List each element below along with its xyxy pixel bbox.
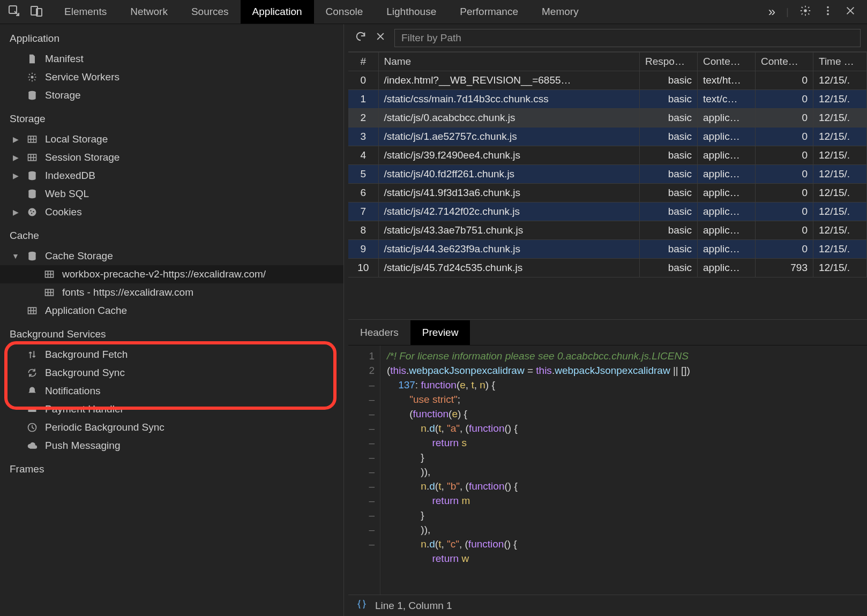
sidebar-item-service-workers[interactable]: Service Workers: [0, 68, 343, 86]
cell: /static/js/43.3ae7b751.chunk.js: [378, 221, 640, 240]
expand-arrow-icon[interactable]: ▶: [12, 135, 19, 144]
sidebar-item-notifications[interactable]: Notifications: [0, 382, 343, 400]
col-header[interactable]: Conte…: [698, 52, 756, 71]
preview-tab-headers[interactable]: Headers: [348, 320, 410, 345]
col-header[interactable]: Time …: [813, 52, 867, 71]
table-row[interactable]: 8/static/js/43.3ae7b751.chunk.jsbasicapp…: [348, 221, 867, 240]
tab-performance[interactable]: Performance: [448, 0, 530, 24]
sidebar-item-background-fetch[interactable]: Background Fetch: [0, 345, 343, 364]
inspect-icon[interactable]: [8, 4, 20, 20]
cell: 793: [756, 259, 813, 277]
cell: 0: [756, 202, 813, 221]
code-text[interactable]: /*! For license information please see 0…: [380, 345, 690, 595]
tab-sources[interactable]: Sources: [180, 0, 241, 24]
svg-point-6: [827, 13, 829, 15]
gear-icon: [26, 72, 39, 82]
table-row[interactable]: 2/static/js/0.acabcbcc.chunk.jsbasicappl…: [348, 109, 867, 127]
tab-console[interactable]: Console: [314, 0, 375, 24]
more-tabs-icon[interactable]: »: [768, 4, 775, 19]
expand-arrow-icon[interactable]: ▶: [12, 208, 19, 216]
tab-application[interactable]: Application: [241, 0, 314, 24]
cell: basic: [640, 259, 698, 277]
tab-elements[interactable]: Elements: [53, 0, 118, 24]
cell: 12/15/.: [813, 109, 867, 127]
table-row[interactable]: 5/static/js/40.fd2ff261.chunk.jsbasicapp…: [348, 165, 867, 184]
refresh-icon[interactable]: [355, 31, 367, 45]
braces-icon[interactable]: [356, 598, 368, 613]
tab-lighthouse[interactable]: Lighthouse: [375, 0, 448, 24]
sidebar-item-storage[interactable]: Storage: [0, 86, 343, 104]
sidebar-item-web-sql[interactable]: Web SQL: [0, 185, 343, 203]
grid-icon: [43, 287, 56, 298]
gutter-line: –: [348, 378, 375, 392]
gutter-line: –: [348, 479, 375, 493]
sidebar-subitem[interactable]: fonts - https://excalidraw.com: [0, 283, 343, 302]
preview-tab-preview[interactable]: Preview: [410, 320, 470, 345]
col-header[interactable]: Conte…: [756, 52, 813, 71]
sidebar-item-application-cache[interactable]: Application Cache: [0, 302, 343, 320]
sidebar-item-push-messaging[interactable]: Push Messaging: [0, 437, 343, 455]
table-row[interactable]: 10/static/js/45.7d24c535.chunk.jsbasicap…: [348, 259, 867, 277]
sidebar-item-background-sync[interactable]: Background Sync: [0, 364, 343, 382]
col-header[interactable]: Respo…: [640, 52, 698, 71]
cell: /static/js/40.fd2ff261.chunk.js: [378, 165, 640, 184]
sidebar-item-manifest[interactable]: Manifest: [0, 50, 343, 68]
gutter-line: –: [348, 435, 375, 450]
group-frames: Frames: [0, 455, 343, 480]
tab-network[interactable]: Network: [118, 0, 180, 24]
table-row[interactable]: 0/index.html?__WB_REVISION__=6855…basict…: [348, 71, 867, 90]
cell: applic…: [698, 259, 756, 277]
gutter-line: –: [348, 493, 375, 508]
sidebar-item-session-storage[interactable]: ▶Session Storage: [0, 148, 343, 167]
table-row[interactable]: 1/static/css/main.7d14b3cc.chunk.cssbasi…: [348, 90, 867, 109]
sidebar-item-label: Session Storage: [45, 152, 119, 163]
devtools-tabs: ElementsNetworkSourcesApplicationConsole…: [53, 0, 591, 24]
kebab-icon[interactable]: [822, 5, 834, 19]
settings-icon[interactable]: [799, 5, 811, 19]
svg-point-7: [31, 76, 34, 79]
sidebar-item-cache-storage[interactable]: ▼Cache Storage: [0, 247, 343, 265]
sidebar-item-label: Manifest: [45, 53, 84, 65]
gutter-line: –: [348, 464, 375, 479]
cell: applic…: [698, 202, 756, 221]
table-row[interactable]: 3/static/js/1.ae52757c.chunk.jsbasicappl…: [348, 127, 867, 146]
cell: 0: [756, 165, 813, 184]
table-row[interactable]: 6/static/js/41.9f3d13a6.chunk.jsbasicapp…: [348, 184, 867, 202]
table-row[interactable]: 4/static/js/39.f2490ee4.chunk.jsbasicapp…: [348, 146, 867, 165]
cell: /static/js/44.3e623f9a.chunk.js: [378, 240, 640, 259]
vertical-resizer[interactable]: [344, 24, 348, 616]
sidebar-item-label: Service Workers: [45, 71, 119, 83]
bell-icon: [26, 386, 39, 396]
col-header[interactable]: #: [348, 52, 378, 71]
svg-point-13: [28, 208, 36, 216]
expand-arrow-icon[interactable]: ▶: [12, 171, 19, 180]
close-icon[interactable]: [844, 5, 856, 19]
expand-arrow-icon[interactable]: ▶: [12, 153, 19, 162]
sidebar-item-payment-handler[interactable]: Payment Handler: [0, 400, 343, 418]
cell: 8: [348, 221, 378, 240]
sidebar-item-indexeddb[interactable]: ▶IndexedDB: [0, 167, 343, 185]
sidebar-item-label: Periodic Background Sync: [45, 422, 165, 433]
sidebar-item-label: Local Storage: [45, 133, 108, 145]
cell: 3: [348, 127, 378, 146]
sidebar-subitem[interactable]: workbox-precache-v2-https://excalidraw.c…: [0, 265, 343, 283]
cell: /static/js/1.ae52757c.chunk.js: [378, 127, 640, 146]
code-gutter: 12––––––––––––: [348, 345, 380, 595]
sidebar-item-periodic-background-sync[interactable]: Periodic Background Sync: [0, 418, 343, 437]
cell: 0: [756, 71, 813, 90]
cell: applic…: [698, 109, 756, 127]
col-header[interactable]: Name: [378, 52, 640, 71]
device-icon[interactable]: [30, 4, 43, 20]
sidebar-item-cookies[interactable]: ▶Cookies: [0, 203, 343, 221]
expand-arrow-icon[interactable]: ▼: [12, 252, 19, 260]
table-row[interactable]: 7/static/js/42.7142f02c.chunk.jsbasicapp…: [348, 202, 867, 221]
tab-memory[interactable]: Memory: [530, 0, 591, 24]
sidebar-item-label: Background Sync: [45, 367, 125, 379]
svg-point-15: [33, 211, 34, 212]
filter-input[interactable]: [394, 29, 861, 47]
clear-icon[interactable]: [375, 31, 386, 44]
cell: 12/15/.: [813, 71, 867, 90]
table-row[interactable]: 9/static/js/44.3e623f9a.chunk.jsbasicapp…: [348, 240, 867, 259]
sidebar-item-local-storage[interactable]: ▶Local Storage: [0, 130, 343, 148]
cell: basic: [640, 184, 698, 202]
